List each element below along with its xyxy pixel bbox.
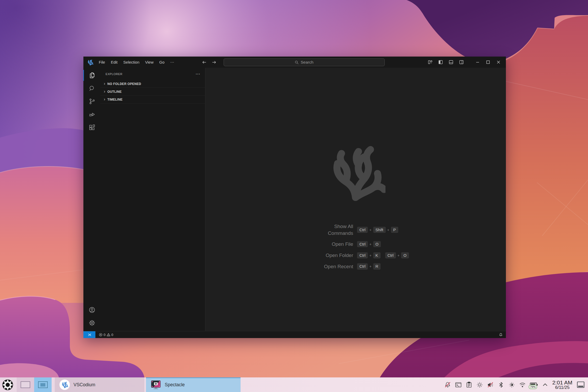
activity-bar bbox=[83, 68, 100, 331]
menu-go[interactable]: Go bbox=[156, 59, 167, 66]
activity-explorer[interactable] bbox=[83, 69, 100, 82]
explorer-icon bbox=[88, 72, 96, 79]
battery-icon[interactable]: 79% bbox=[530, 381, 538, 388]
toggle-panel-icon[interactable] bbox=[449, 60, 453, 64]
extensions-icon bbox=[88, 124, 96, 131]
system-tray: 79% bbox=[444, 381, 549, 388]
search-icon bbox=[295, 60, 299, 64]
problems-status[interactable]: 0 0 bbox=[99, 333, 113, 337]
search-placeholder: Search bbox=[301, 60, 313, 65]
digital-clock[interactable]: 2:01 AM 6/11/25 bbox=[552, 380, 572, 390]
volume-muted-icon[interactable] bbox=[487, 381, 494, 388]
status-bar: 0 0 bbox=[83, 331, 506, 338]
pager-desktop-2-current[interactable] bbox=[34, 377, 52, 392]
editor-area[interactable]: Show All CommandsCtrl+Shift+POpen FileCt… bbox=[205, 68, 506, 331]
customize-layout-icon[interactable] bbox=[428, 60, 432, 64]
shortcut-row: Show All CommandsCtrl+Shift+P bbox=[308, 223, 409, 236]
terminal-icon[interactable] bbox=[455, 381, 462, 388]
activity-run-debug[interactable] bbox=[83, 108, 100, 121]
keycap-shift: Shift bbox=[373, 227, 386, 233]
maximize-button[interactable] bbox=[486, 60, 490, 64]
more-actions-icon[interactable]: ⋯ bbox=[195, 73, 200, 75]
go-back-icon[interactable] bbox=[202, 60, 207, 65]
warnings-icon bbox=[107, 333, 111, 337]
shortcut-label: Open File bbox=[308, 241, 353, 248]
section-label: TIMELINE bbox=[107, 98, 123, 101]
menu-file[interactable]: File bbox=[96, 59, 108, 66]
keycap-r: R bbox=[373, 263, 381, 270]
minimize-button[interactable] bbox=[475, 60, 480, 64]
menubar: FileEditSelectionViewGo⋯ bbox=[96, 57, 177, 68]
shortcut-row: Open FileCtrl+O bbox=[308, 241, 409, 248]
toggle-secondary-sidebar-icon[interactable] bbox=[459, 60, 464, 64]
shortcut-row: Open FolderCtrl+KCtrl+O bbox=[308, 252, 409, 259]
section-timeline[interactable]: ›TIMELINE bbox=[100, 96, 205, 103]
section-label: OUTLINE bbox=[107, 90, 122, 94]
shortcut-label: Show All Commands bbox=[308, 223, 353, 236]
shortcut-label: Open Recent bbox=[308, 263, 353, 270]
remote-icon bbox=[88, 333, 91, 337]
wifi-icon[interactable] bbox=[519, 381, 526, 388]
settings-button[interactable] bbox=[83, 316, 100, 329]
keycap-ctrl: Ctrl bbox=[357, 227, 368, 233]
clock-time: 2:01 AM bbox=[552, 380, 572, 385]
app-launcher-button[interactable] bbox=[0, 377, 15, 392]
do-not-disturb-icon[interactable] bbox=[444, 381, 451, 388]
errors-count: 0 bbox=[104, 333, 106, 337]
command-center-search[interactable]: Search bbox=[224, 58, 385, 66]
shortcut-keys: Ctrl+Shift+P bbox=[357, 227, 398, 233]
chevron-right-icon: › bbox=[102, 97, 107, 102]
kde-launcher-icon bbox=[2, 379, 14, 391]
section-no-folder-opened[interactable]: ›NO FOLDER OPENED bbox=[100, 80, 205, 88]
expand-tray-icon[interactable] bbox=[542, 381, 549, 388]
show-desktop-button[interactable] bbox=[577, 381, 585, 389]
task-label: VSCodium bbox=[74, 382, 95, 388]
task-button-vscodium[interactable]: VSCodium bbox=[55, 377, 144, 392]
keycap-o: O bbox=[401, 252, 409, 259]
plus-separator: + bbox=[397, 253, 400, 258]
activity-extensions[interactable] bbox=[83, 121, 100, 134]
night-color-icon[interactable] bbox=[508, 381, 515, 388]
plus-separator: + bbox=[369, 242, 371, 246]
warnings-count: 0 bbox=[111, 333, 113, 337]
account-button[interactable] bbox=[83, 303, 100, 316]
shortcut-keys: Ctrl+R bbox=[357, 263, 381, 270]
titlebar[interactable]: FileEditSelectionViewGo⋯ Search bbox=[83, 57, 506, 68]
keycap-ctrl: Ctrl bbox=[357, 263, 368, 270]
menu-view[interactable]: View bbox=[142, 59, 156, 66]
toggle-primary-sidebar-icon[interactable] bbox=[438, 60, 443, 64]
brightness-icon[interactable] bbox=[476, 381, 483, 388]
activity-search[interactable] bbox=[83, 82, 100, 95]
shortcut-label: Open Folder bbox=[308, 252, 353, 259]
activity-source-control[interactable] bbox=[83, 95, 100, 108]
notifications-button[interactable] bbox=[499, 333, 503, 337]
keycap-k: K bbox=[373, 252, 381, 259]
bell-icon bbox=[499, 333, 503, 337]
go-forward-icon[interactable] bbox=[212, 60, 216, 65]
pager-desktop-1[interactable] bbox=[17, 377, 34, 392]
keycap-ctrl: Ctrl bbox=[357, 252, 368, 259]
menu-more[interactable]: ⋯ bbox=[167, 59, 177, 66]
task-label: Spectacle bbox=[165, 382, 185, 388]
close-button[interactable] bbox=[496, 60, 501, 64]
sidebar-title: EXPLORER bbox=[106, 72, 123, 76]
task-button-spectacle[interactable]: Spectacle bbox=[146, 377, 241, 392]
keycap-p: P bbox=[391, 227, 398, 233]
vscodium-task-icon bbox=[59, 379, 70, 390]
plus-separator: + bbox=[387, 228, 389, 232]
menu-edit[interactable]: Edit bbox=[108, 59, 120, 66]
titlebar-controls bbox=[428, 57, 506, 68]
clock-date: 6/11/25 bbox=[552, 385, 572, 390]
explorer-sidebar: EXPLORER ⋯ ›NO FOLDER OPENED›OUTLINE›TIM… bbox=[100, 68, 205, 331]
account-icon bbox=[88, 306, 96, 314]
history-navigation bbox=[202, 57, 216, 68]
menu-selection[interactable]: Selection bbox=[120, 59, 142, 66]
plus-separator: + bbox=[369, 264, 371, 268]
section-outline[interactable]: ›OUTLINE bbox=[100, 88, 205, 96]
battery-percent-badge: 79% bbox=[529, 385, 537, 389]
taskbar: VSCodium Spectacle bbox=[0, 377, 588, 392]
source-control-icon bbox=[88, 98, 96, 105]
bluetooth-icon[interactable] bbox=[498, 381, 505, 388]
remote-indicator[interactable] bbox=[83, 331, 95, 338]
clipboard-icon[interactable] bbox=[466, 381, 473, 388]
